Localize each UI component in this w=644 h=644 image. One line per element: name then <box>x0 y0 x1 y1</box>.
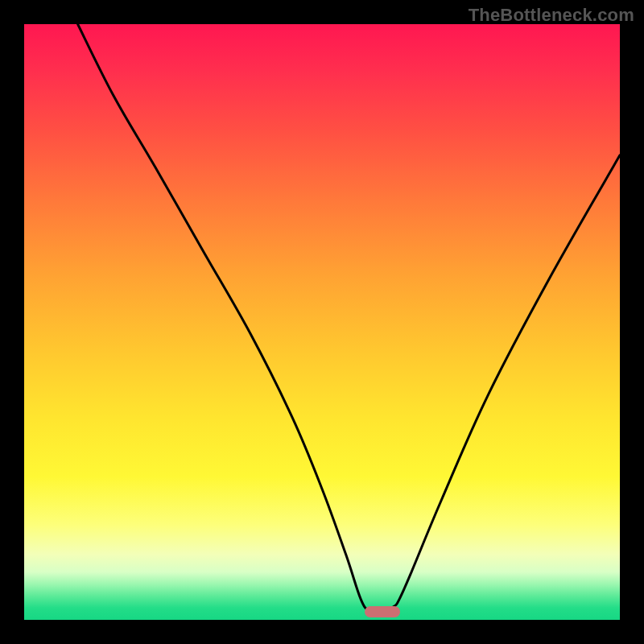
bottleneck-curve <box>24 24 620 620</box>
watermark-text: TheBottleneck.com <box>469 5 634 26</box>
chart-container: TheBottleneck.com <box>0 0 644 644</box>
optimal-marker <box>365 606 400 617</box>
curve-path <box>78 24 620 612</box>
plot-area <box>24 24 620 620</box>
